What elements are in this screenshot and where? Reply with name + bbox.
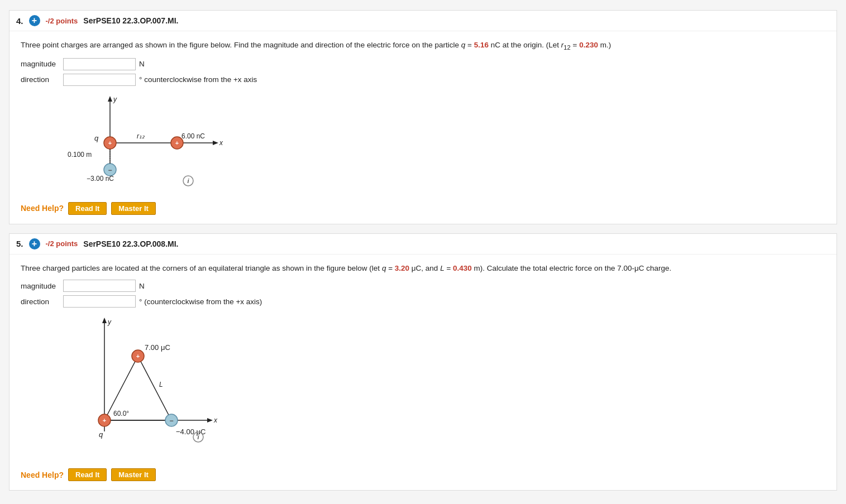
read-it-button-5[interactable]: Read It [68,468,107,481]
problem-5-code: SerPSE10 22.3.OP.008.MI. [83,239,178,248]
master-it-button-5[interactable]: Master It [111,468,155,481]
direction-row-4: direction ° counterclockwise from the +x… [21,74,825,86]
direction-label-4: direction [21,75,60,84]
problem-4-block: 4. + -/2 points SerPSE10 22.3.OP.007.MI.… [9,10,837,224]
q-plus-5: + [103,417,106,424]
q-charge-plus-4: + [108,140,112,146]
problem-4-body: Three point charges are arranged as show… [9,31,837,224]
magnitude-unit-4: N [139,60,145,68]
y-axis-arrow-5 [102,318,107,323]
problem-4-number: 4. [16,16,23,26]
q-value-5: 3.20 [395,264,409,272]
x-axis-arrow-4 [213,141,218,145]
problem-4-header: 4. + -/2 points SerPSE10 22.3.OP.007.MI. [9,11,837,31]
y-axis-arrow-4 [108,96,112,102]
neg4uc-minus-5: − [169,417,173,425]
q-label-5: q [99,430,103,439]
need-help-row-5: Need Help? Read It Master It [21,468,825,481]
q-label-4: q [94,134,99,142]
problem-5-header: 5. + -/2 points SerPSE10 22.3.OP.008.MI. [9,234,837,255]
magnitude-row-5: magnitude N [21,280,825,292]
problem-5-points: -/2 points [46,239,78,248]
neg4uc-label-5: −4.00 μC [176,428,205,436]
problem-5-add-icon[interactable]: + [29,238,40,249]
direction-input-4[interactable] [63,74,136,86]
r12-value-4: 0.230 [579,41,598,49]
angle-label-5: 60.0° [113,410,129,417]
diagram-5-svg: y x + 7.00 μC + q [54,314,255,459]
need-help-label-4: Need Help? [21,204,64,213]
page: 4. + -/2 points SerPSE10 22.3.OP.007.MI.… [0,0,846,501]
problem-4-text: Three point charges are arranged as show… [21,39,825,52]
tri-right-5 [138,356,171,420]
x-axis-arrow-5 [207,418,213,423]
diagram-4-svg: y x + q r₁₂ + 6.00 nC 0.100 m [54,93,244,193]
direction-input-5[interactable] [63,295,136,308]
problem-5-block: 5. + -/2 points SerPSE10 22.3.OP.008.MI.… [9,233,837,491]
figure-4: y x + q r₁₂ + 6.00 nC 0.100 m [54,93,825,193]
7uc-label-5: 7.00 μC [145,343,170,352]
neg3nc-label-4: −3.00 nC [87,175,114,183]
magnitude-input-4[interactable] [63,58,136,70]
x-axis-label-5: x [213,416,218,424]
master-it-button-4[interactable]: Master It [111,202,155,215]
need-help-label-5: Need Help? [21,471,64,479]
6nc-charge-plus-4: + [175,140,179,146]
direction-row-5: direction ° (counterclockwise from the +… [21,295,825,308]
y-axis-label-4: y [113,95,117,103]
magnitude-row-4: magnitude N [21,58,825,70]
y-axis-label-5: y [107,318,112,326]
7uc-plus-5: + [136,353,140,359]
magnitude-label-5: magnitude [21,282,60,290]
info-i-4: i [187,177,189,184]
problem-4-add-icon[interactable]: + [29,15,40,26]
neg3nc-minus-4: − [108,166,112,174]
L-label-5: L [159,381,163,388]
problem-5-body: Three charged particles are located at t… [9,255,837,491]
problem-5-text: Three charged particles are located at t… [21,262,825,275]
magnitude-label-4: magnitude [21,60,60,68]
direction-label-5: direction [21,297,60,306]
magnitude-unit-5: N [139,282,145,290]
r12-label-4: r₁₂ [137,132,145,140]
problem-5-number: 5. [16,239,23,248]
direction-unit-4: ° counterclockwise from the +x axis [139,75,257,84]
distance-label-4: 0.100 m [68,151,92,159]
read-it-button-4[interactable]: Read It [68,202,107,215]
q-value-4: 5.16 [474,41,489,49]
direction-unit-5: ° (counterclockwise from the +x axis) [139,297,262,306]
problem-4-points: -/2 points [46,17,78,25]
problem-4-code: SerPSE10 22.3.OP.007.MI. [83,16,178,25]
magnitude-input-5[interactable] [63,280,136,292]
6nc-label-4: 6.00 nC [181,132,205,140]
L-value-5: 0.430 [453,264,472,272]
need-help-row-4: Need Help? Read It Master It [21,202,825,215]
figure-5: y x + 7.00 μC + q [54,314,825,459]
x-axis-label-4: x [219,139,223,147]
